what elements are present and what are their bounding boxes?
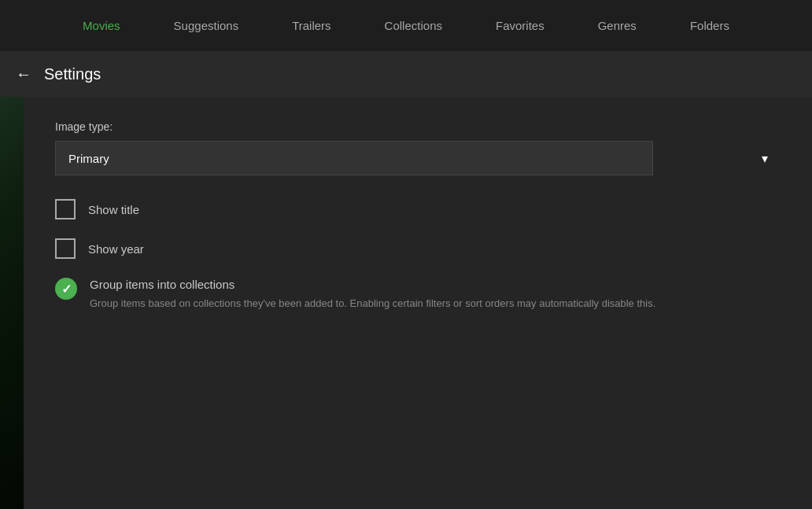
group-items-description: Group items based on collections they've… [90,296,655,312]
show-year-checkbox[interactable] [55,238,76,259]
image-strip-overlay [0,97,24,509]
navbar: Movies Suggestions Trailers Collections … [0,0,812,51]
back-button[interactable]: ← [16,65,31,83]
checkmark-icon: ✓ [61,282,72,297]
show-title-label: Show title [88,203,139,216]
group-items-row: ✓ Group items into collections Group ite… [55,278,781,312]
group-items-title: Group items into collections [90,278,655,291]
show-year-label: Show year [88,242,144,256]
nav-item-folders[interactable]: Folders [687,13,733,39]
show-title-row: Show title [55,199,781,219]
image-type-wrapper: Primary ▾ [55,141,781,175]
main-content: Image type: Primary ▾ Show title Show ye… [0,97,812,509]
settings-content: Image type: Primary ▾ Show title Show ye… [24,97,812,509]
nav-item-collections[interactable]: Collections [382,13,445,39]
show-title-checkbox[interactable] [55,199,76,219]
settings-title: Settings [44,65,101,83]
chevron-down-icon: ▾ [762,151,768,166]
nav-item-genres[interactable]: Genres [595,13,640,39]
nav-item-favorites[interactable]: Favorites [493,13,548,39]
nav-item-trailers[interactable]: Trailers [289,13,334,39]
image-type-label: Image type: [55,120,781,133]
nav-item-suggestions[interactable]: Suggestions [171,13,242,39]
group-items-checkbox[interactable]: ✓ [55,278,77,300]
group-items-text: Group items into collections Group items… [90,278,655,312]
image-strip [0,97,24,509]
settings-header: ← Settings [0,51,812,97]
nav-item-movies[interactable]: Movies [79,13,124,39]
image-type-select[interactable]: Primary [55,141,653,175]
show-year-row: Show year [55,238,781,259]
